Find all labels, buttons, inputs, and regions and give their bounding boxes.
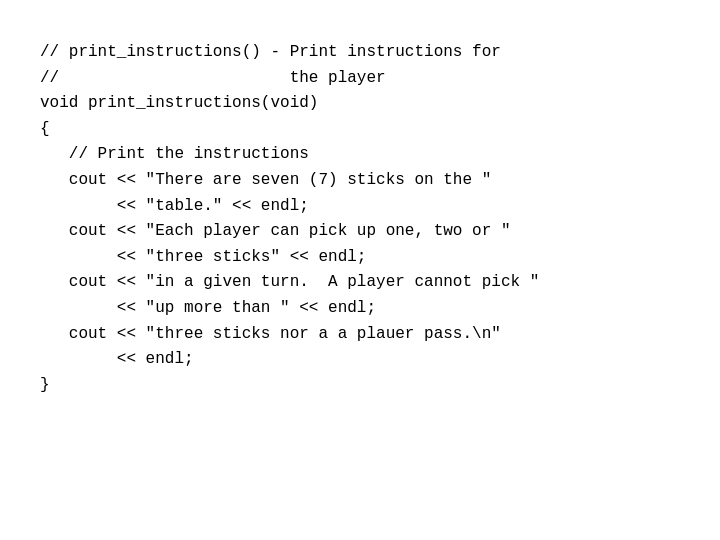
code-block: // print_instructions() - Print instruct… <box>40 40 680 398</box>
code-container: // print_instructions() - Print instruct… <box>0 0 720 540</box>
